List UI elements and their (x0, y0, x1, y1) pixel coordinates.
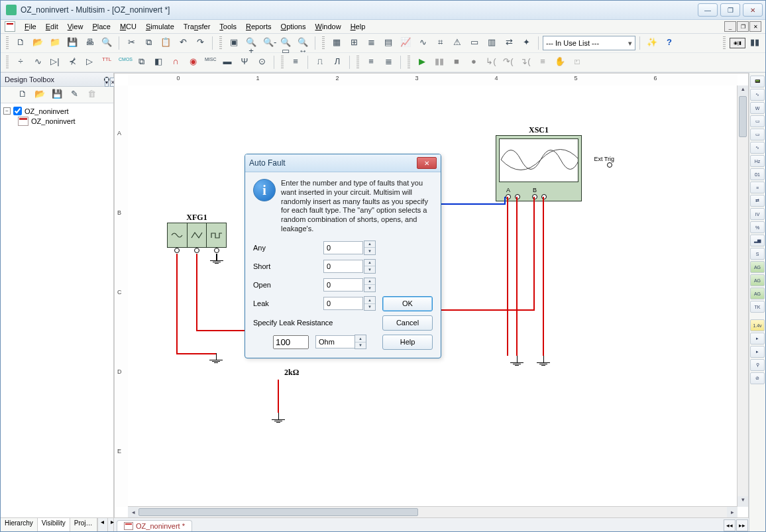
instr-logicconv[interactable]: ⇄ (750, 195, 765, 207)
xfg1-pin-plus[interactable] (174, 248, 180, 253)
place-cmos-button[interactable]: CMOS (116, 54, 132, 70)
step-out-button[interactable]: ↴( (518, 54, 533, 70)
tb-graph-button[interactable]: 📈 (398, 35, 413, 51)
mdi-restore-button[interactable]: ❐ (737, 21, 749, 32)
wand-button[interactable]: ✨ (644, 35, 660, 51)
component-xsc1[interactable]: XSC1 A B (496, 125, 582, 201)
in-use-list-combo[interactable]: --- In Use List --- (543, 36, 635, 50)
stop-button[interactable]: ■ (449, 54, 465, 70)
mdi-close-button[interactable]: ✕ (749, 21, 761, 32)
place-source-button[interactable]: ÷ (13, 54, 28, 70)
short-spinner[interactable]: ▲▼ (364, 259, 376, 274)
tb-xfer-button[interactable]: ⇄ (501, 35, 517, 51)
wire[interactable] (216, 254, 217, 260)
place-advper-button[interactable]: ▬ (219, 54, 235, 70)
short-input[interactable] (323, 260, 363, 273)
wire[interactable] (426, 309, 535, 311)
instr-fgen[interactable]: ∿ (750, 89, 765, 101)
instr-distortion[interactable]: % (750, 221, 765, 233)
scroll-left-button[interactable]: ◂ (128, 507, 138, 517)
scroll-thumb[interactable] (739, 96, 747, 137)
tree-child[interactable]: OZ_noninvert (3, 116, 111, 127)
instr-ag-scope[interactable]: AG (750, 274, 765, 286)
dt-new-button[interactable]: 🗋 (15, 87, 30, 102)
leak-spinner[interactable]: ▲▼ (364, 296, 376, 311)
place-power-button[interactable]: ◉ (185, 54, 201, 70)
zoom-fit-button[interactable]: 🔍↔ (295, 35, 311, 51)
grip[interactable] (723, 36, 726, 50)
menu-simulate[interactable]: Simulate (142, 21, 178, 32)
grip[interactable] (356, 56, 359, 69)
leak-input[interactable] (323, 297, 363, 310)
place-rf-button[interactable]: Ψ (237, 54, 252, 70)
place-indicator-button[interactable]: ∩ (168, 54, 184, 70)
tb-post-button[interactable]: ⌗ (432, 35, 448, 51)
tb-err-button[interactable]: ⚠ (449, 35, 465, 51)
open-spinner[interactable]: ▲▼ (364, 278, 376, 292)
instr-current[interactable]: ⊘ (750, 372, 765, 384)
place-electromech-button[interactable]: ⊙ (254, 54, 270, 70)
paste-button[interactable]: 📋 (158, 35, 174, 51)
zoom-area-button[interactable]: 🔍▭ (278, 35, 294, 51)
menu-file[interactable]: File (21, 21, 40, 32)
zoom-in-button[interactable]: 🔍+ (243, 35, 259, 51)
any-input[interactable] (323, 241, 363, 254)
menu-reports[interactable]: Reports (242, 21, 276, 32)
dt-save-button[interactable]: 💾 (50, 87, 64, 102)
dialog-close-button[interactable]: ✕ (417, 157, 437, 169)
place-mixed-button[interactable]: ◧ (150, 54, 166, 70)
instr-tek[interactable]: TK (750, 301, 765, 313)
instr-watt[interactable]: W (750, 102, 765, 114)
place-misc2-button[interactable]: MISC (202, 54, 218, 70)
dt-open-button[interactable]: 📂 (32, 87, 47, 102)
instr-spectrum[interactable]: ▂▅ (750, 235, 765, 246)
menu-edit[interactable]: Edit (42, 21, 62, 32)
component-xfg1[interactable]: XFG1 (167, 213, 227, 256)
tb-bread-button[interactable]: ▤ (380, 35, 396, 51)
place-transistor-button[interactable]: ⊀ (64, 54, 80, 70)
save-button[interactable]: 💾 (64, 35, 80, 51)
tab-hierarchy[interactable]: Hierarchy (1, 518, 38, 531)
instr-iv[interactable]: IV (750, 208, 765, 220)
wire[interactable] (278, 380, 279, 413)
place-comment-button[interactable]: ≣ (380, 54, 396, 70)
wire[interactable] (196, 254, 197, 330)
menu-options[interactable]: Options (277, 21, 310, 32)
place-junc-button[interactable]: Л (329, 54, 345, 70)
menu-tools[interactable]: Tools (215, 21, 241, 32)
redo-button[interactable]: ↷ (192, 35, 208, 51)
place-hier-button[interactable]: ⎍ (312, 54, 328, 70)
tab-projects[interactable]: Proj… (70, 518, 97, 531)
ok-button[interactable]: OK (382, 296, 433, 311)
place-text-button[interactable]: ≡ (363, 54, 379, 70)
breakpoint-button[interactable]: ✋ (552, 54, 568, 70)
instr-logican[interactable]: ≡ (750, 182, 765, 193)
menu-mcu[interactable]: MCU (116, 21, 140, 32)
vertical-scrollbar[interactable]: ▴ ▾ (737, 85, 748, 507)
grip[interactable] (219, 36, 222, 50)
instr-network[interactable]: S (750, 248, 765, 260)
step-cursor-button[interactable]: ≡ (535, 54, 551, 70)
open-input[interactable] (323, 278, 363, 292)
tabs-left-button[interactable]: ◂ (97, 518, 107, 531)
menu-window[interactable]: Window (311, 21, 345, 32)
copy-button[interactable]: ⧉ (140, 35, 156, 51)
close-button[interactable]: ✕ (743, 3, 763, 17)
open-sample-button[interactable]: 📁 (47, 35, 63, 51)
scroll-thumb[interactable] (138, 508, 418, 516)
step-over-button[interactable]: ↷( (500, 54, 516, 70)
expand-icon[interactable]: − (3, 107, 11, 115)
grip[interactable] (322, 36, 325, 50)
tb-comp-button[interactable]: ✦ (518, 35, 534, 51)
tab-visibility[interactable]: Visibility (38, 518, 70, 531)
wire[interactable] (176, 254, 178, 353)
maximize-button[interactable]: ❐ (720, 3, 740, 17)
any-spinner[interactable]: ▲▼ (364, 240, 376, 255)
tb-netlist-button[interactable]: ≣ (363, 35, 379, 51)
help-button[interactable]: Help (382, 335, 433, 350)
place-ttl-button[interactable]: TTL (99, 54, 115, 70)
menu-place[interactable]: Place (88, 21, 115, 32)
tb-capture-button[interactable]: ▭ (466, 35, 482, 51)
instr-freq[interactable]: Hz (750, 155, 765, 167)
menu-view[interactable]: View (64, 21, 87, 32)
